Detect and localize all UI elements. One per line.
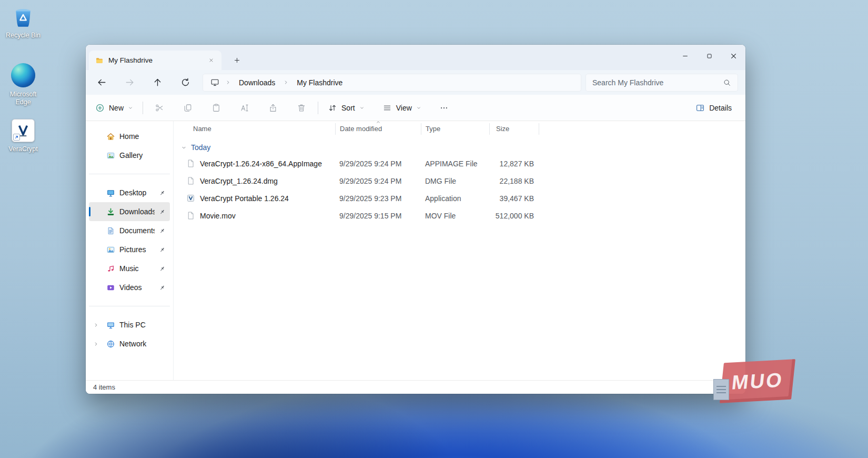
file-type-cell: MOV File — [421, 212, 489, 220]
chevron-right-icon[interactable] — [283, 79, 289, 85]
breadcrumb[interactable]: Downloads My Flashdrive — [203, 74, 581, 92]
chevron-up-icon — [376, 120, 381, 125]
folder-icon — [95, 56, 104, 65]
up-icon — [153, 77, 163, 87]
up-button[interactable] — [147, 74, 168, 92]
view-label: View — [396, 104, 412, 112]
sidebar-item-this-pc[interactable]: This PC — [89, 315, 170, 334]
clipboard-group — [149, 99, 311, 117]
breadcrumb-my-flashdrive[interactable]: My Flashdrive — [295, 77, 345, 88]
details-button[interactable]: Details — [690, 99, 737, 116]
details-label: Details — [709, 104, 732, 112]
recycle-bin-icon — [11, 4, 35, 28]
file-date-cell: 9/29/2025 9:23 PM — [335, 194, 421, 203]
file-name-cell: VeraCrypt-1.26.24-x86_64.AppImage — [174, 159, 335, 168]
column-header-type[interactable]: Type — [421, 123, 489, 135]
search-input[interactable] — [592, 78, 719, 87]
sidebar-divider — [89, 306, 170, 306]
paste-button[interactable] — [206, 99, 226, 117]
sidebar-item-documents[interactable]: Documents — [89, 221, 170, 240]
file-type-cell: Application — [421, 194, 489, 203]
sidebar-item-music[interactable]: Music — [89, 259, 170, 278]
forward-icon — [125, 77, 135, 87]
details-icon — [695, 103, 705, 113]
pin-icon — [159, 265, 166, 272]
more-options-button[interactable] — [434, 99, 454, 117]
file-size-cell: 512,000 KB — [489, 212, 539, 220]
close-button[interactable] — [721, 45, 745, 67]
pin-icon — [159, 246, 166, 253]
desktop-icon-edge[interactable]: Microsoft Edge — [0, 63, 46, 106]
sidebar-item-pictures[interactable]: Pictures — [89, 240, 170, 259]
sidebar-item-gallery[interactable]: Gallery — [89, 146, 170, 165]
sidebar-item-network[interactable]: Network — [89, 334, 170, 353]
file-size-cell: 22,188 KB — [489, 177, 539, 185]
cut-button[interactable] — [149, 99, 169, 117]
tab-my-flashdrive[interactable]: My Flashdrive — [89, 51, 221, 70]
new-button[interactable]: New — [90, 99, 138, 116]
column-header-size[interactable]: Size — [489, 123, 539, 135]
file-name-cell: VeraCrypt Portable 1.26.24 — [174, 194, 335, 203]
chevron-right-icon[interactable] — [93, 341, 99, 347]
videos-icon — [106, 283, 115, 292]
chevron-down-icon[interactable] — [181, 145, 187, 151]
maximize-button[interactable] — [697, 45, 721, 67]
group-header-today[interactable]: Today — [174, 140, 745, 155]
watermark-badge: MUO — [720, 359, 795, 403]
sidebar-item-downloads[interactable]: Downloads — [89, 202, 170, 221]
file-type-cell: APPIMAGE File — [421, 160, 489, 168]
titlebar: My Flashdrive — [86, 45, 745, 70]
chevron-right-icon[interactable] — [225, 79, 231, 85]
sort-label: Sort — [341, 104, 355, 112]
back-icon — [97, 77, 107, 87]
chevron-down-icon — [416, 105, 421, 111]
desktop-icon-veracrypt[interactable]: VeraCrypt — [0, 119, 46, 153]
pin-icon — [159, 208, 166, 215]
search-box[interactable] — [586, 74, 738, 92]
paste-icon — [211, 103, 221, 113]
file-row[interactable]: VeraCrypt-1.26.24-x86_64.AppImage 9/29/2… — [174, 155, 745, 172]
command-toolbar: New Sort View — [86, 95, 745, 121]
rename-button[interactable] — [235, 99, 255, 117]
copy-button[interactable] — [178, 99, 198, 117]
sidebar-item-home[interactable]: Home — [89, 127, 170, 146]
refresh-button[interactable] — [175, 74, 196, 92]
tab-title: My Flashdrive — [108, 56, 201, 64]
view-button[interactable]: View — [377, 99, 427, 116]
forward-button[interactable] — [119, 74, 140, 92]
refresh-icon — [180, 77, 190, 87]
copy-icon — [183, 103, 193, 113]
back-button[interactable] — [91, 74, 112, 92]
tab-close-button[interactable] — [206, 55, 216, 66]
delete-button[interactable] — [291, 99, 311, 117]
desktop-icon-recycle-bin[interactable]: Recycle Bin — [0, 4, 46, 39]
cut-icon — [155, 103, 164, 113]
search-icon[interactable] — [723, 78, 731, 87]
file-row[interactable]: VeraCrypt_1.26.24.dmg 9/29/2025 9:24 PM … — [174, 172, 745, 190]
downloads-icon — [106, 207, 115, 216]
file-size-cell: 12,827 KB — [489, 160, 539, 168]
new-tab-button[interactable] — [229, 52, 245, 68]
minimize-button[interactable] — [673, 45, 697, 67]
desktop-icon-label: Microsoft Edge — [2, 91, 44, 106]
new-plus-icon — [95, 103, 105, 113]
chevron-right-icon[interactable] — [93, 322, 99, 328]
minimize-icon — [681, 52, 690, 61]
window-controls — [673, 45, 745, 67]
sidebar-item-videos[interactable]: Videos — [89, 278, 170, 297]
share-button[interactable] — [263, 99, 283, 117]
sidebar-item-desktop[interactable]: Desktop — [89, 183, 170, 202]
desktop: Recycle Bin Microsoft Edge VeraCrypt My … — [0, 0, 868, 458]
sort-button[interactable]: Sort — [322, 99, 370, 116]
breadcrumb-downloads[interactable]: Downloads — [237, 77, 277, 88]
file-row[interactable]: VeraCrypt Portable 1.26.24 9/29/2025 9:2… — [174, 190, 745, 207]
column-header-name[interactable]: Name — [174, 123, 335, 135]
file-row[interactable]: Movie.mov 9/29/2025 9:15 PM MOV File 512… — [174, 207, 745, 224]
close-icon — [208, 57, 214, 63]
new-label: New — [109, 104, 124, 112]
file-date-cell: 9/29/2025 9:24 PM — [335, 160, 421, 168]
item-count: 4 items — [93, 383, 115, 391]
column-header-date-modified[interactable]: Date modified — [335, 123, 421, 135]
desktop-icon-label: VeraCrypt — [8, 145, 38, 153]
muo-watermark: MUO — [713, 361, 793, 403]
